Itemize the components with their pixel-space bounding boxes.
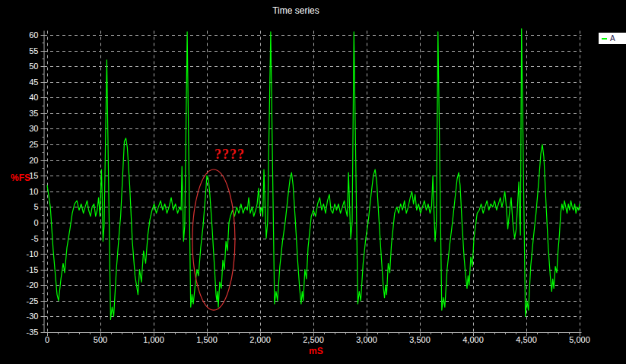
annotation-question-marks: ???? <box>214 147 245 161</box>
y-tick-label: 15 <box>29 171 38 180</box>
plot-canvas[interactable]: 605550454035302520151050-5-10-15-20-25-3… <box>0 0 626 364</box>
x-tick-label: 0 <box>45 335 49 344</box>
x-tick-label: 5,000 <box>569 335 590 344</box>
y-tick-label: 20 <box>29 156 38 165</box>
y-tick-label: 10 <box>29 187 38 196</box>
y-tick-label: 50 <box>29 62 38 71</box>
x-tick-label: 1,000 <box>143 335 164 344</box>
grid-and-axes <box>41 31 582 337</box>
x-tick-label: 3,500 <box>409 335 431 344</box>
annotation-ellipse <box>192 169 235 310</box>
y-tick-label: 55 <box>29 46 38 55</box>
y-tick-label: 0 <box>33 218 38 227</box>
y-tick-label: -10 <box>27 249 39 258</box>
x-tick-label: 4,000 <box>462 335 484 344</box>
y-tick-label: 25 <box>29 140 38 149</box>
series-line-swatch <box>602 38 607 40</box>
y-axis-unit-label: %FS <box>11 173 30 183</box>
x-tick-label: 1,500 <box>196 335 218 344</box>
y-tick-label: -35 <box>27 328 39 337</box>
y-tick-label: 30 <box>29 124 38 133</box>
legend-series-a[interactable]: A <box>599 33 626 44</box>
x-tick-label: 500 <box>94 335 107 344</box>
x-axis-unit-label: mS <box>309 346 323 356</box>
y-tick-label: 45 <box>29 78 38 87</box>
y-tick-label: -25 <box>27 296 39 305</box>
y-tick-label: -15 <box>27 265 39 274</box>
y-tick-label: -5 <box>31 234 39 243</box>
y-tick-label: -30 <box>27 312 39 321</box>
y-tick-label: 35 <box>29 109 38 118</box>
x-tick-label: 4,500 <box>516 335 537 344</box>
x-tick-label: 2,000 <box>249 335 271 344</box>
y-tick-label: -20 <box>27 280 39 290</box>
x-tick-label: 3,000 <box>356 335 377 344</box>
x-tick-label: 2,500 <box>303 335 324 344</box>
y-tick-label: 40 <box>29 93 38 102</box>
chart-title: Time series <box>0 5 592 16</box>
y-tick-label: 5 <box>33 202 38 211</box>
legend-series-label: A <box>610 35 615 43</box>
y-tick-label: 60 <box>29 30 38 40</box>
